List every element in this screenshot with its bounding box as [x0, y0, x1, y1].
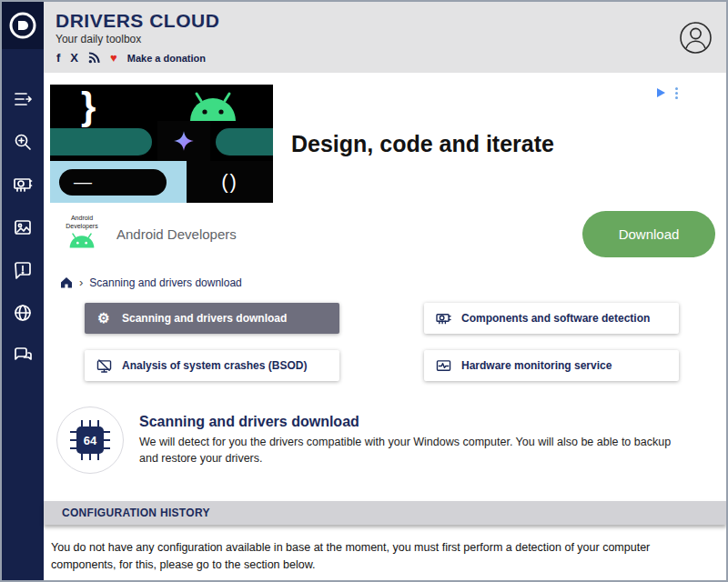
breadcrumb-separator: ›	[79, 276, 83, 289]
ad-banner[interactable]: } — ()	[50, 85, 685, 203]
gear-icon: ⚙	[96, 310, 112, 326]
app-window: DRIVERS CLOUD Your daily toolbox f X ♥ M…	[0, 0, 728, 582]
sparkle-icon	[172, 129, 196, 153]
sidebar	[2, 2, 44, 580]
section-buttons: ⚙ Scanning and drivers download Componen…	[85, 303, 679, 381]
search-icon[interactable]	[13, 132, 33, 152]
sidebar-nav	[13, 49, 33, 366]
crashed-screen-icon	[96, 359, 112, 373]
rss-icon[interactable]	[88, 52, 100, 64]
ad-parens-tile: ()	[187, 161, 273, 203]
configuration-history-title: CONFIGURATION HISTORY	[62, 507, 210, 519]
button-label: Hardware monitoring service	[461, 359, 612, 372]
app-logo[interactable]	[2, 2, 44, 49]
ad-headline: Design, code and iterate	[291, 131, 554, 157]
advertiser-logo-caption: Android Developers	[56, 215, 107, 230]
ad-artwork: } — ()	[50, 85, 273, 203]
cpu-chip-icon: 64	[68, 418, 112, 462]
button-label: Components and software detection	[461, 312, 650, 325]
button-hardware-monitoring[interactable]: Hardware monitoring service	[424, 350, 679, 381]
facebook-icon[interactable]: f	[56, 52, 60, 64]
gpu-card-icon[interactable]	[13, 175, 33, 195]
feature-description: We will detect for you the drivers compa…	[139, 434, 686, 467]
ad-sparkle-tile	[157, 121, 210, 161]
app-title: DRIVERS CLOUD	[56, 10, 726, 32]
configuration-history-header: CONFIGURATION HISTORY	[44, 501, 726, 525]
monitoring-screen-icon	[435, 359, 451, 373]
user-account-icon[interactable]	[679, 21, 713, 55]
ad-stripe-teal-right	[216, 128, 273, 156]
button-scanning-drivers[interactable]: ⚙ Scanning and drivers download	[85, 303, 339, 334]
button-label: Scanning and drivers download	[122, 312, 287, 325]
feature-title: Scanning and drivers download	[139, 414, 686, 430]
x-twitter-icon[interactable]: X	[70, 52, 78, 64]
advertiser-name[interactable]: Android Developers	[116, 226, 237, 242]
ad-stripe-teal-left	[50, 128, 152, 156]
ad-options-icon[interactable]	[675, 87, 678, 99]
page-header: DRIVERS CLOUD Your daily toolbox f X ♥ M…	[44, 2, 726, 73]
content-column: DRIVERS CLOUD Your daily toolbox f X ♥ M…	[44, 2, 726, 580]
adchoices-icon[interactable]	[657, 88, 665, 97]
breadcrumb-current: Scanning and drivers download	[89, 276, 241, 289]
download-button[interactable]: Download	[582, 211, 715, 257]
android-head-icon	[185, 90, 241, 123]
breadcrumb: › Scanning and drivers download	[60, 276, 726, 289]
home-icon[interactable]	[60, 276, 73, 288]
ad-footer: Android Developers Android Developers Do…	[56, 207, 715, 260]
ad-dash-glyph: —	[74, 172, 92, 193]
ad-dash-pill: —	[59, 169, 167, 196]
svg-text:64: 64	[84, 434, 97, 447]
cpu-64-badge: 64	[56, 406, 124, 474]
scan-menu-icon[interactable]	[13, 89, 33, 109]
history-empty-message: You do not have any configuration availa…	[51, 539, 692, 575]
forum-chat-icon[interactable]	[13, 346, 33, 366]
alert-bubble-icon[interactable]	[13, 260, 33, 280]
globe-tools-icon[interactable]	[13, 303, 33, 323]
android-logo-icon	[67, 232, 96, 249]
app-subtitle: Your daily toolbox	[56, 33, 726, 45]
ad-parens-glyph: ()	[221, 170, 238, 194]
donation-link[interactable]: Make a donation	[127, 53, 206, 64]
screenshot-icon[interactable]	[13, 217, 33, 237]
heart-icon[interactable]: ♥	[110, 52, 117, 64]
button-components-detection[interactable]: Components and software detection	[424, 303, 679, 334]
gpu-card-icon	[435, 312, 451, 326]
advertiser-logo[interactable]: Android Developers	[56, 215, 107, 253]
drivers-cloud-logo-icon	[8, 11, 37, 40]
feature-section: 64 Scanning and drivers download We will…	[56, 406, 686, 474]
ad-brace-glyph: }	[81, 85, 96, 128]
feature-text: Scanning and drivers download We will de…	[139, 406, 686, 467]
social-row: f X ♥ Make a donation	[56, 52, 726, 64]
button-label: Analysis of system crashes (BSOD)	[122, 359, 307, 372]
main-content: } — ()	[44, 73, 726, 580]
button-bsod-analysis[interactable]: Analysis of system crashes (BSOD)	[85, 350, 339, 381]
